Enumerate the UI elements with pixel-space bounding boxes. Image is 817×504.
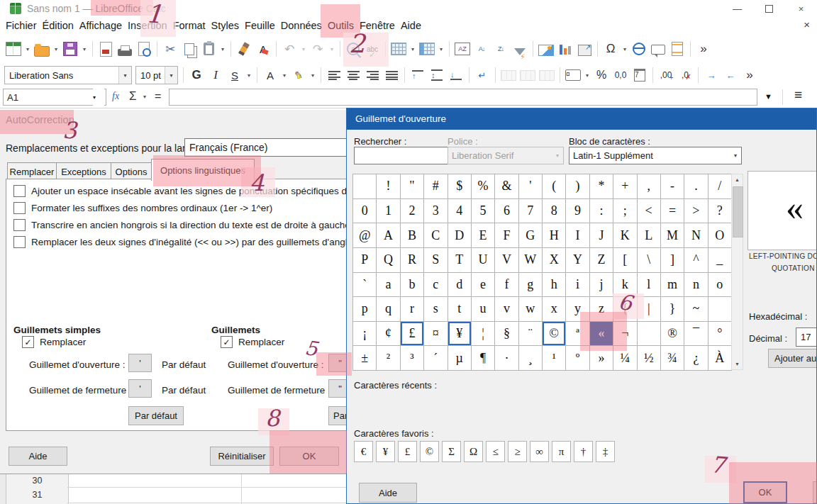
print-preview-icon[interactable] — [135, 39, 153, 59]
chevron-down-icon[interactable]: ▾ — [165, 67, 177, 84]
char-cell-r1c13[interactable]: = — [661, 199, 684, 224]
single-default-button[interactable]: Par défaut — [128, 406, 184, 425]
wrap-text-icon[interactable]: ↵ — [473, 65, 491, 85]
menu-edition[interactable]: Édition — [40, 17, 77, 34]
char-cell-r4c4[interactable]: d — [448, 273, 472, 298]
sum-icon[interactable]: Σ — [129, 89, 137, 104]
char-cell-r7c1[interactable]: ² — [377, 346, 400, 371]
open-dropdown[interactable]: ▾ — [52, 39, 60, 59]
sort-ascending-icon[interactable]: A↓ — [472, 39, 491, 59]
redo-icon[interactable]: ↷ — [309, 39, 327, 59]
char-cell-r5c12[interactable]: | — [638, 297, 661, 322]
char-cell-r4c14[interactable]: n — [684, 273, 708, 298]
highlight-color-dropdown[interactable]: ▾ — [309, 65, 317, 85]
char-cell-r7c0[interactable]: ± — [353, 346, 377, 371]
favorite-char-8[interactable]: ∞ — [530, 441, 549, 462]
comment-icon[interactable] — [649, 39, 667, 59]
char-cell-r2c6[interactable]: F — [495, 223, 518, 248]
row-header-30[interactable]: 30 — [6, 473, 69, 488]
char-cell-r5c5[interactable]: u — [472, 297, 495, 322]
char-cell-r2c4[interactable]: D — [448, 223, 472, 248]
align-right-icon[interactable] — [363, 65, 382, 85]
char-cell-r1c3[interactable]: 3 — [424, 199, 448, 224]
char-cell-r6c1[interactable]: ¢ — [377, 322, 400, 347]
char-cell-r6c5[interactable]: ¦ — [472, 322, 495, 347]
underline-dropdown[interactable]: ▾ — [245, 65, 253, 85]
font-combo[interactable]: Liberation Serif ▾ — [448, 147, 564, 164]
char-cell-r6c12[interactable] — [638, 322, 661, 347]
insert-columns-dropdown[interactable]: ▾ — [437, 39, 445, 59]
char-cell-r5c7[interactable]: w — [519, 297, 543, 322]
char-cell-r4c15[interactable]: o — [708, 273, 732, 298]
chevron-down-icon[interactable]: ▾ — [143, 89, 146, 104]
char-cell-r6c4[interactable]: ¥ — [448, 322, 472, 347]
favorite-char-1[interactable]: ¥ — [376, 441, 395, 462]
char-cell-r4c13[interactable]: m — [661, 273, 684, 298]
insert-rows-icon[interactable] — [389, 39, 408, 59]
decimal-input[interactable]: 17 — [796, 327, 817, 347]
scroll-up-icon[interactable]: ▲ — [732, 174, 743, 185]
decrease-indent-icon[interactable]: ← — [721, 65, 740, 85]
function-wizard-icon[interactable]: fx — [112, 89, 119, 104]
double-open-quote-button[interactable]: " — [328, 354, 347, 372]
char-cell-r5c8[interactable]: x — [543, 297, 566, 322]
sort-descending-icon[interactable]: Z↓ — [491, 39, 510, 59]
char-cell-r7c5[interactable]: ¶ — [472, 346, 495, 371]
menu-insertion[interactable]: Insertion — [125, 17, 170, 34]
char-cell-r2c8[interactable]: H — [543, 223, 566, 248]
char-cell-r4c6[interactable]: f — [495, 273, 518, 298]
insert-rows-dropdown[interactable]: ▾ — [408, 39, 417, 59]
char-cell-r5c3[interactable]: s — [424, 297, 448, 322]
align-top-icon[interactable]: ↑ — [408, 65, 427, 85]
add-to-favorites-button[interactable]: Ajouter au — [768, 349, 817, 368]
char-cell-r0c13[interactable]: - — [661, 174, 684, 199]
restore-button-icon[interactable] — [753, 0, 785, 17]
char-cell-r7c13[interactable]: ¾ — [661, 346, 684, 371]
cancel-button-clipped[interactable] — [813, 481, 817, 503]
char-cell-r7c2[interactable]: ³ — [401, 346, 424, 371]
char-cell-r1c11[interactable]: ; — [613, 199, 637, 224]
favorite-char-2[interactable]: £ — [398, 441, 417, 462]
char-cell-r4c1[interactable]: a — [377, 273, 400, 298]
single-replace-checkbox[interactable]: ✓ — [22, 336, 34, 348]
help-button[interactable]: Aide — [359, 483, 417, 503]
char-cell-r3c7[interactable]: W — [519, 248, 543, 273]
align-center-icon[interactable] — [344, 65, 362, 85]
char-cell-r1c6[interactable]: 6 — [495, 199, 518, 224]
char-cell-r3c4[interactable]: T — [448, 248, 472, 273]
single-open-quote-button[interactable]: ' — [128, 354, 152, 372]
option-checkbox-0[interactable] — [13, 185, 26, 197]
char-cell-r5c9[interactable]: y — [566, 297, 589, 322]
char-cell-r6c14[interactable]: ¯ — [684, 322, 708, 347]
header-footer-icon[interactable] — [668, 39, 687, 59]
char-cell-r7c3[interactable]: ´ — [424, 346, 448, 371]
char-cell-r1c1[interactable]: 1 — [377, 199, 400, 224]
double-default-button[interactable]: Par — [328, 406, 347, 425]
char-cell-r2c12[interactable]: L — [638, 223, 661, 248]
char-cell-r0c0[interactable] — [353, 174, 377, 199]
char-cell-r2c10[interactable]: J — [590, 223, 613, 248]
option-checkbox-3[interactable] — [13, 236, 26, 248]
char-cell-r7c15[interactable]: À — [708, 346, 732, 371]
hyperlink-icon[interactable] — [630, 39, 648, 59]
find-replace-icon[interactable]: a — [344, 39, 362, 59]
font-name-combo[interactable]: Liberation Sans ▾ — [4, 66, 132, 84]
expand-formula-bar-icon[interactable]: ▼ — [765, 92, 772, 101]
char-cell-r4c2[interactable]: b — [401, 273, 424, 298]
favorite-char-4[interactable]: Σ — [442, 441, 461, 462]
menu-feuille[interactable]: Feuille — [242, 17, 278, 34]
autofilter-icon[interactable] — [511, 39, 529, 59]
char-cell-r7c4[interactable]: µ — [448, 346, 472, 371]
char-cell-r5c4[interactable]: t — [448, 297, 472, 322]
char-cell-r3c0[interactable]: P — [353, 248, 377, 273]
ok-button[interactable]: OK — [279, 447, 339, 466]
char-cell-r7c11[interactable]: ¼ — [613, 346, 637, 371]
character-grid-scrollbar[interactable]: ▲ ▼ — [731, 174, 743, 370]
char-cell-r5c11[interactable]: { — [613, 297, 637, 322]
char-cell-r5c15[interactable] — [708, 297, 732, 322]
char-cell-r0c8[interactable]: ( — [543, 174, 566, 199]
char-cell-r2c5[interactable]: E — [472, 223, 495, 248]
favorite-char-7[interactable]: ≥ — [508, 441, 527, 462]
char-cell-r1c14[interactable]: > — [684, 199, 708, 224]
save-dropdown[interactable]: ▾ — [80, 39, 89, 59]
